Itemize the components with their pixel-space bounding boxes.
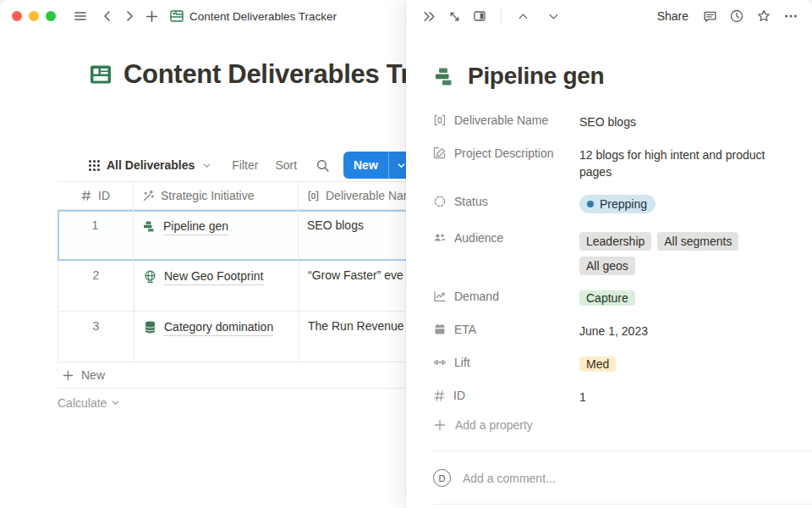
property-value[interactable]: SEO blogs [579, 110, 778, 130]
updates-history-button[interactable] [726, 5, 748, 27]
comment-divider [433, 450, 812, 451]
property-label[interactable]: Audience [433, 228, 579, 245]
property-label[interactable]: Status [433, 191, 579, 208]
new-record-button[interactable]: New [343, 152, 388, 179]
cell-id[interactable]: 2 [58, 261, 134, 311]
property-row-status: Status Prepping [433, 191, 785, 217]
view-toolbar: All Deliverables Filter Sort New [88, 151, 357, 179]
sort-button[interactable]: Sort [275, 158, 297, 172]
traffic-lights [12, 11, 56, 21]
next-record-button[interactable] [542, 5, 564, 27]
cell-strategic-initiative[interactable]: Category domination [134, 312, 299, 362]
comment-input-row: D Add a comment... [433, 469, 785, 487]
titlebar: Content Deliverables Tracker [0, 0, 406, 32]
previous-record-button[interactable] [512, 5, 534, 27]
star-icon [756, 8, 771, 24]
property-value[interactable]: 12 blogs for high intent and product pag… [579, 143, 778, 180]
close-peek-button[interactable] [418, 5, 440, 27]
cell-id[interactable]: 1 [58, 210, 134, 261]
hamburger-icon [73, 8, 88, 24]
nav-forward-button[interactable] [118, 5, 140, 27]
search-icon [315, 158, 330, 173]
sidebar-menu-button[interactable] [69, 5, 91, 27]
lift-tag[interactable]: Med [579, 356, 616, 372]
side-peek-toggle-button[interactable] [469, 5, 491, 27]
relation-link[interactable]: New Geo Footprint [143, 268, 290, 285]
minimize-window-button[interactable] [29, 11, 39, 21]
record-title-row: Pipeline gen [433, 63, 785, 90]
chevron-down-icon [397, 161, 406, 170]
column-header-id[interactable]: ID [58, 182, 134, 209]
status-tag[interactable]: Prepping [579, 195, 656, 213]
property-label[interactable]: Lift [433, 352, 579, 369]
property-value[interactable]: June 1, 2023 [579, 319, 778, 340]
view-tab-all-deliverables[interactable]: All Deliverables [88, 158, 211, 172]
search-button[interactable] [315, 158, 330, 173]
edit-icon [433, 146, 447, 160]
comment-input[interactable]: Add a comment... [463, 472, 785, 485]
property-row-project-description: Project Description 12 blogs for high in… [433, 143, 785, 180]
more-options-button[interactable] [780, 5, 802, 27]
property-label[interactable]: Project Description [433, 143, 579, 160]
toolbar-divider [501, 9, 502, 23]
side-panel-icon [473, 9, 486, 23]
status-dot [587, 201, 594, 207]
demand-tag[interactable]: Capture [579, 290, 635, 306]
new-tab-button[interactable] [140, 5, 162, 27]
clock-icon [729, 8, 744, 24]
chevron-down-icon [111, 398, 120, 407]
cell-id[interactable]: 3 [58, 312, 134, 362]
panel-bottom-divider [433, 504, 812, 505]
audience-tag[interactable]: All geos [579, 257, 635, 275]
filter-button[interactable]: Filter [232, 158, 258, 172]
hash-icon [80, 190, 92, 202]
share-button[interactable]: Share [652, 9, 694, 23]
property-label[interactable]: Deliverable Name [433, 110, 579, 127]
property-value[interactable]: 1 [579, 385, 778, 406]
page-table-icon-large [88, 62, 113, 87]
plus-icon [433, 418, 447, 432]
double-chevron-right-icon [422, 9, 436, 24]
nav-back-button[interactable] [96, 5, 118, 27]
record-title[interactable]: Pipeline gen [468, 63, 604, 90]
property-list: Deliverable Name SEO blogs Project Descr… [433, 110, 785, 432]
property-label[interactable]: ID [433, 385, 579, 402]
property-label[interactable]: Demand [433, 286, 579, 303]
property-label[interactable]: ETA [433, 319, 579, 336]
favorite-button[interactable] [753, 5, 775, 27]
relation-link[interactable]: Category domination [143, 319, 290, 336]
cell-strategic-initiative[interactable]: Pipeline gen [134, 210, 299, 261]
property-row-demand: Demand Capture [433, 286, 785, 312]
chevron-down-icon [202, 161, 211, 170]
relation-link[interactable]: Pipeline gen [142, 218, 289, 235]
property-row-eta: ETA June 1, 2023 [433, 319, 785, 345]
text-icon [307, 190, 320, 202]
document-title: Content Deliverables Tracker [189, 10, 337, 23]
chevron-up-icon [517, 10, 529, 23]
peek-toolbar: Share [406, 0, 812, 32]
property-row-id: ID 1 [433, 385, 785, 411]
property-value: Med [579, 352, 778, 373]
add-property-button[interactable]: Add a property [433, 418, 785, 432]
close-window-button[interactable] [12, 11, 22, 21]
spinner-icon [433, 195, 447, 208]
zoom-window-button[interactable] [46, 11, 56, 21]
open-full-page-button[interactable] [443, 5, 465, 27]
audience-tag[interactable]: All segments [657, 232, 738, 251]
property-value: Capture [579, 286, 778, 306]
calendar-icon [433, 323, 447, 336]
chart-line-icon [433, 290, 447, 303]
cell-strategic-initiative[interactable]: New Geo Footprint [134, 261, 299, 311]
comments-button[interactable] [699, 5, 721, 27]
dumbbell-icon [433, 356, 447, 369]
new-record-split-button[interactable]: New [343, 152, 414, 179]
bar-chart-icon [433, 65, 456, 88]
page-table-icon [169, 8, 184, 24]
text-icon [433, 113, 447, 127]
grid-icon [88, 159, 101, 172]
audience-tag[interactable]: Leadership [579, 232, 651, 251]
column-header-strategic-initiative[interactable]: Strategic Initiative [134, 182, 299, 209]
expand-diagonal-icon [448, 10, 461, 23]
view-name: All Deliverables [107, 158, 195, 172]
chevron-down-icon [547, 10, 560, 23]
